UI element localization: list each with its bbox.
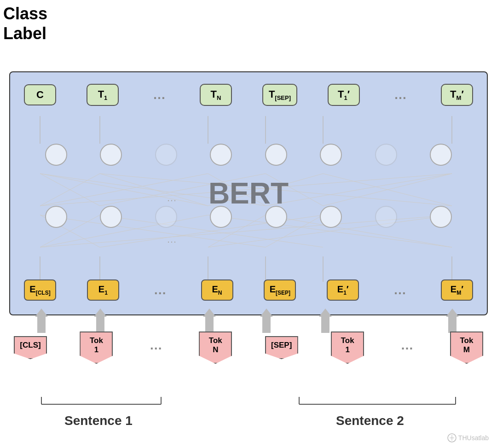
bottom-token-cls: [CLS] (14, 336, 47, 359)
input-token-ecls: E[CLS] (24, 279, 56, 301)
nn-circle (320, 206, 342, 228)
bottom-token-tokn: TokN (199, 332, 232, 364)
input-tokens-row: E[CLS] E1 … EN E[SEP] E1′ … EM′ (19, 279, 478, 301)
connections-svg (10, 72, 487, 314)
nn-circle (210, 206, 232, 228)
class-label: Class Label (3, 4, 47, 43)
svg-line-9 (40, 174, 100, 206)
bottom-token-tok1prime: Tok1 (331, 332, 364, 364)
dots-middle-top: … (167, 192, 177, 204)
dots-6: … (397, 338, 417, 353)
lower-circles-row (10, 206, 487, 228)
bottom-tokens-row: [CLS] Tok1 … TokN [SEP] Tok1 … TokM (9, 332, 488, 364)
dots-1: … (149, 87, 169, 102)
nn-circle (265, 144, 287, 166)
bottom-token-sep: [SEP] (265, 336, 298, 359)
up-arrow-tokmprime (446, 308, 459, 333)
svg-line-12 (40, 174, 208, 206)
nn-circle (430, 206, 452, 228)
sentence1-label: Sentence 1 (64, 413, 133, 428)
input-token-emprime: EM′ (441, 279, 473, 301)
dots-middle-bottom: … (167, 233, 177, 245)
dots-3: … (150, 283, 170, 297)
upper-circles-row (10, 144, 487, 166)
up-arrow-cls (35, 308, 48, 333)
svg-line-20 (323, 174, 452, 206)
nn-circle (45, 144, 67, 166)
bert-box: C T1 … TN T[SEP] T1′ … TM′ BERT … … E[CL… (9, 71, 488, 315)
output-token-t1prime: T1′ (328, 84, 360, 106)
nn-circle (265, 206, 287, 228)
output-token-tn: TN (200, 84, 232, 106)
nn-circle (155, 144, 177, 166)
svg-line-11 (100, 174, 452, 206)
bracket-sentence1 (18, 396, 184, 412)
sentence2-label: Sentence 2 (336, 413, 404, 428)
input-token-esep: E[SEP] (264, 279, 296, 301)
dots-5: … (146, 338, 166, 353)
svg-line-10 (100, 174, 208, 206)
svg-line-15 (266, 174, 323, 206)
output-token-tmprime: TM′ (441, 84, 473, 106)
nn-circle (100, 144, 122, 166)
dots-2: … (390, 87, 410, 102)
nn-circle (45, 206, 67, 228)
bottom-token-tok1: Tok1 (80, 332, 113, 364)
up-arrow-tok1 (94, 308, 107, 333)
output-tokens-row: C T1 … TN T[SEP] T1′ … TM′ (19, 84, 478, 106)
bottom-token-tokm: TokM (450, 332, 483, 364)
output-token-c: C (24, 84, 56, 105)
up-arrow-sep (260, 308, 273, 333)
svg-line-13 (208, 174, 266, 206)
bert-label: BERT (208, 176, 289, 210)
nn-circle (100, 206, 122, 228)
output-token-tsep: T[SEP] (262, 84, 297, 106)
bracket-sentence2 (276, 396, 483, 412)
nn-circle (375, 144, 397, 166)
input-token-e1: E1 (87, 279, 119, 301)
input-token-en: EN (201, 279, 233, 301)
svg-line-7 (40, 174, 208, 206)
svg-line-16 (208, 174, 323, 206)
svg-line-19 (266, 174, 452, 206)
nn-circle (320, 144, 342, 166)
nn-circle (210, 144, 232, 166)
svg-line-18 (40, 174, 452, 206)
up-arrow-tokn (203, 308, 216, 333)
dots-4: … (390, 283, 410, 297)
watermark: THUsatlab (447, 433, 489, 442)
nn-circle (155, 206, 177, 228)
nn-circle (375, 206, 397, 228)
logo-icon (447, 433, 457, 442)
svg-line-6 (40, 174, 100, 206)
up-arrow-tok1prime (319, 308, 332, 333)
svg-line-14 (100, 174, 266, 206)
svg-line-17 (323, 174, 452, 206)
svg-line-8 (40, 174, 266, 206)
nn-circle (430, 144, 452, 166)
input-token-e1prime: E1′ (327, 279, 359, 301)
output-token-t1: T1 (87, 84, 119, 106)
